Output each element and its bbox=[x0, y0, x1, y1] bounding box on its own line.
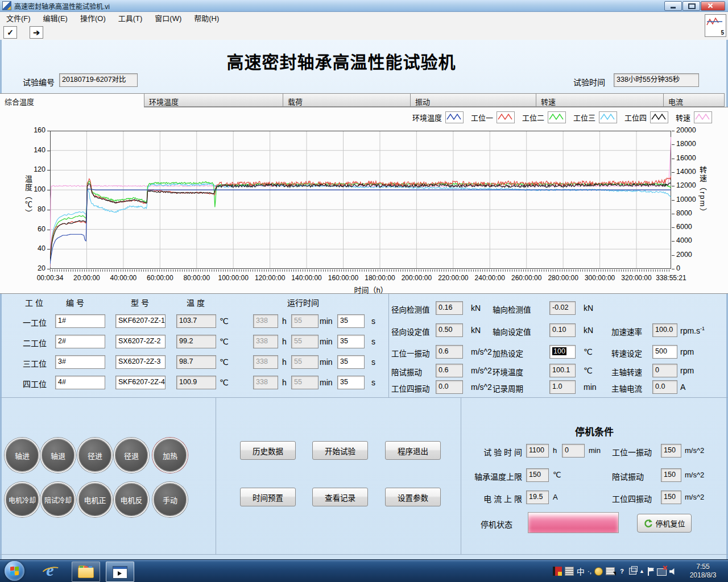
stop-field[interactable]: 1100 bbox=[526, 444, 549, 458]
button-程序退出[interactable]: 程序退出 bbox=[385, 441, 441, 460]
menu-item-3[interactable]: 操作(O) bbox=[74, 12, 112, 25]
button-开始试验[interactable]: 开始试验 bbox=[312, 441, 368, 460]
taskbar-labview-button[interactable] bbox=[106, 562, 134, 582]
manual-button-电机反[interactable]: 电机反 bbox=[114, 482, 149, 517]
button-查看记录[interactable]: 查看记录 bbox=[312, 488, 368, 506]
legend-line-icon bbox=[599, 111, 617, 123]
test-time-field: 338小时55分钟35秒 bbox=[614, 73, 699, 87]
param-field-陪试振动: 0.6 bbox=[436, 364, 463, 377]
station-model-field[interactable]: SKF6207-2Z-4 bbox=[115, 376, 166, 389]
station-model-field[interactable]: SX6207-2Z-2 bbox=[115, 335, 166, 348]
internet-explorer-icon[interactable]: e bbox=[39, 560, 61, 581]
tab-1[interactable]: 综合温度 bbox=[0, 93, 144, 107]
right-tick-label: 12000 bbox=[676, 181, 696, 189]
button-历史数据[interactable]: 历史数据 bbox=[240, 441, 296, 460]
restore-tray-icon[interactable] bbox=[629, 568, 636, 575]
stop-field[interactable]: 150 bbox=[526, 468, 549, 482]
station-id-field[interactable]: 1# bbox=[55, 314, 105, 328]
unit-seconds: s bbox=[371, 357, 375, 367]
test-id-field[interactable]: 20180719-6207对比 bbox=[59, 73, 138, 87]
station-id-field[interactable]: 3# bbox=[55, 355, 105, 369]
manual-button-电机正[interactable]: 电机正 bbox=[77, 482, 113, 517]
stop-field-工位一振动[interactable]: 150 bbox=[661, 444, 681, 458]
stop-field-陪试振动[interactable]: 150 bbox=[661, 468, 681, 482]
menu-item-4[interactable]: 工具(T) bbox=[112, 12, 149, 25]
minimize-button[interactable] bbox=[664, 1, 682, 11]
tab-6[interactable]: 电流 bbox=[663, 93, 725, 107]
legend-item-6[interactable]: 转速 bbox=[676, 111, 712, 123]
station-id-field[interactable]: 2# bbox=[55, 335, 105, 348]
param-label-径向检测值: 径向检测值 bbox=[391, 304, 430, 315]
stop-field[interactable]: 0 bbox=[562, 444, 585, 458]
station-row-label: 二工位 bbox=[23, 337, 47, 348]
run-button[interactable]: ➔ bbox=[30, 26, 43, 39]
tab-2[interactable]: 环境温度 bbox=[144, 93, 283, 107]
toolbar: ✓ ➔ bbox=[0, 25, 728, 40]
tab-5[interactable]: 转速 bbox=[536, 93, 664, 107]
menu-item-1[interactable]: 文件(F) bbox=[0, 12, 37, 25]
maximize-button[interactable] bbox=[682, 1, 700, 11]
param-field-加速速率: 100.0 bbox=[652, 323, 677, 337]
legend-item-5[interactable]: 工位四 bbox=[624, 111, 668, 123]
ime-options-icon[interactable] bbox=[594, 567, 603, 576]
manual-button-径进[interactable]: 径进 bbox=[77, 438, 113, 473]
right-tick-label: 14000 bbox=[676, 168, 696, 176]
param-unit: A bbox=[680, 383, 685, 392]
manual-button-陪试冷却[interactable]: 陪试冷却 bbox=[40, 482, 76, 517]
left-tick-label: 100 bbox=[26, 185, 46, 193]
manual-button-径退[interactable]: 径退 bbox=[114, 438, 149, 473]
ime-mspy-icon[interactable] bbox=[553, 567, 562, 576]
station-header: 型 号 bbox=[131, 297, 149, 308]
test-id-label: 试验编号 bbox=[23, 76, 55, 88]
station-id-field[interactable]: 4# bbox=[55, 376, 105, 389]
tab-3[interactable]: 载荷 bbox=[283, 93, 411, 107]
button-设置参数[interactable]: 设置参数 bbox=[385, 488, 441, 506]
ime-wordbook-icon[interactable] bbox=[606, 567, 615, 575]
manual-button-轴退[interactable]: 轴退 bbox=[40, 438, 76, 473]
action-center-icon[interactable] bbox=[647, 567, 654, 576]
station-model-field[interactable]: SX6207-2Z-3 bbox=[115, 355, 166, 369]
taskbar-explorer-button[interactable] bbox=[72, 562, 100, 582]
button-时间预置[interactable]: 时间预置 bbox=[240, 488, 296, 506]
tab-4[interactable]: 振动 bbox=[410, 93, 536, 107]
manual-button-手动[interactable]: 手动 bbox=[152, 482, 188, 517]
right-tick bbox=[672, 241, 675, 242]
legend-item-3[interactable]: 工位二 bbox=[522, 111, 566, 123]
manual-button-轴进[interactable]: 轴进 bbox=[5, 438, 40, 473]
ime-keyboard-icon[interactable] bbox=[565, 567, 574, 576]
legend-line-icon bbox=[548, 111, 566, 123]
help-tray-icon[interactable]: ? bbox=[618, 567, 626, 576]
abort-check-button[interactable]: ✓ bbox=[3, 26, 17, 39]
stop-field-工位四振动[interactable]: 150 bbox=[661, 490, 681, 504]
x-tick-label: 00:00:34 bbox=[30, 274, 71, 282]
stop-unit: m/s^2 bbox=[685, 493, 704, 501]
manual-button-电机冷却[interactable]: 电机冷却 bbox=[5, 482, 40, 517]
param-field-径向检测值: 0.16 bbox=[436, 301, 463, 315]
param-unit: rpm.s-1 bbox=[680, 326, 705, 335]
menu-item-2[interactable]: 编辑(E) bbox=[37, 12, 74, 25]
speaker-icon[interactable] bbox=[669, 568, 677, 575]
start-button[interactable] bbox=[5, 561, 24, 581]
x-tick-label: 140:00:00 bbox=[286, 274, 327, 282]
stop-unit: m/s^2 bbox=[685, 446, 704, 455]
param-field-加热设定[interactable]: 100 bbox=[549, 345, 576, 359]
menu-item-5[interactable]: 窗口(W) bbox=[148, 12, 188, 25]
station-model-field[interactable]: SKF6207-2Z-1 bbox=[115, 314, 166, 328]
legend-item-4[interactable]: 工位三 bbox=[573, 111, 617, 123]
unit-seconds: s bbox=[371, 378, 375, 387]
manual-button-加热[interactable]: 加热 bbox=[152, 438, 188, 473]
stop-field[interactable]: 19.5 bbox=[526, 490, 549, 504]
taskbar-clock[interactable]: 7:55 2018/8/3 bbox=[679, 563, 727, 580]
legend-item-1[interactable]: 环境温度 bbox=[412, 111, 464, 123]
ime-language-indicator[interactable]: 中 bbox=[577, 566, 585, 577]
legend-item-2[interactable]: 工位一 bbox=[471, 111, 515, 123]
stop-reset-button[interactable]: 停机复位 bbox=[637, 514, 692, 533]
ime-punctuation-icon[interactable]: ·, bbox=[588, 567, 592, 575]
tray-expand-icon[interactable]: ▲ bbox=[639, 568, 644, 574]
network-icon[interactable] bbox=[657, 568, 667, 576]
close-button[interactable] bbox=[701, 1, 725, 11]
window-titlebar[interactable]: 高速密封轴承高温性能试验机.vi bbox=[0, 0, 728, 12]
station-temp-display: 100.9 bbox=[176, 376, 216, 389]
menu-item-6[interactable]: 帮助(H) bbox=[188, 12, 225, 25]
param-field-转速设定[interactable]: 500 bbox=[652, 345, 677, 359]
